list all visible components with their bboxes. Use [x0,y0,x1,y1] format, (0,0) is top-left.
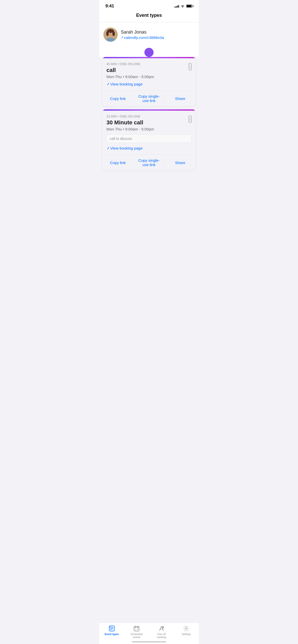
svg-point-4 [106,31,109,36]
battery-icon [186,5,193,8]
status-time: 9:41 [105,4,114,9]
booking-link-arrow-icon-2: ↗ [106,146,110,150]
page-title: Event types [136,13,162,18]
event-card-2-actions: Copy link Copy single-use link Share [102,155,196,170]
profile-info: Sarah Jonas ↗ calendly.com/c3666e3a [121,30,164,40]
event-card-1-share[interactable]: Share [165,93,196,104]
profile-section: Sarah Jonas ↗ calendly.com/c3666e3a [99,22,199,46]
booking-link-arrow-icon: ↗ [106,82,110,86]
svg-point-8 [109,33,110,33]
avatar [103,27,118,42]
event-card-1-actions: Copy link Copy single-use link Share [102,91,196,106]
event-card-1-copy-link[interactable]: Copy link [102,93,133,104]
event-card-1-booking-link[interactable]: ↗ View booking page [106,82,192,86]
profile-link-text: calendly.com/c3666e3a [124,35,164,40]
event-card-2-schedule: Mon-Thu • 9:00am - 5:00pm [106,127,192,131]
drag-handle-area [99,46,199,57]
drag-handle[interactable] [144,48,154,57]
profile-link[interactable]: ↗ calendly.com/c3666e3a [121,35,164,40]
wifi-icon [181,5,185,8]
event-card-1-title: call [106,67,192,74]
link-arrow-icon: ↗ [121,36,124,39]
event-card-1-main: 45 MIN • ONE-ON-ONE call Mon-Thu • 9:00a… [102,58,196,90]
event-card-1-meta: 45 MIN • ONE-ON-ONE [106,62,192,66]
event-card-2-main: 15 MIN • ONE-ON-ONE 30 Minute call Mon-T… [102,111,196,154]
status-icons [174,5,193,8]
profile-name: Sarah Jonas [121,30,164,35]
event-card-2-booking-link[interactable]: ↗ View booking page [106,146,192,150]
event-card-1-copy-single[interactable]: Copy single-use link [133,91,164,106]
main-content: Sarah Jonas ↗ calendly.com/c3666e3a 45 M… [99,22,199,199]
event-card-2: 15 MIN • ONE-ON-ONE 30 Minute call Mon-T… [102,109,196,170]
event-card-2-description: call to discuss [106,134,192,143]
event-card-2-title: 30 Minute call [106,119,192,126]
event-card-2-copy-link[interactable]: Copy link [102,157,133,168]
status-bar: 9:41 [99,0,199,11]
page-header: Event types [99,11,199,22]
signal-icon [174,5,179,8]
event-card-2-meta: 15 MIN • ONE-ON-ONE [106,115,192,118]
event-card-1-chevron[interactable]: › [189,63,192,70]
svg-point-5 [112,31,115,36]
event-card-1: 45 MIN • ONE-ON-ONE call Mon-Thu • 9:00a… [102,57,196,106]
svg-point-9 [112,33,112,33]
event-card-1-schedule: Mon-Thu • 9:00am - 5:00pm [106,75,192,79]
event-card-2-chevron[interactable]: › [189,116,192,123]
event-card-2-share[interactable]: Share [165,157,196,168]
event-card-2-copy-single[interactable]: Copy single-use link [133,155,164,170]
